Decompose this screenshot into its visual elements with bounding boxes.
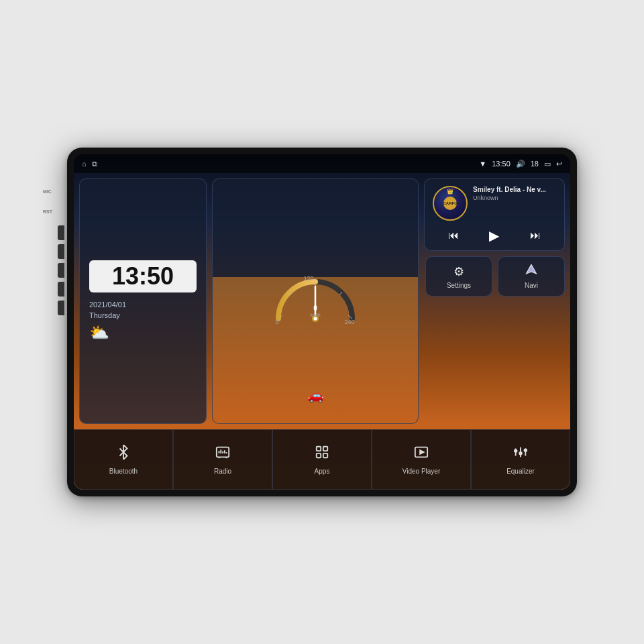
svg-marker-27: [420, 450, 424, 454]
bottom-dock: Bluetooth Rad: [74, 429, 570, 490]
svg-marker-13: [527, 265, 537, 274]
status-left-icons: ⌂ ⧉: [82, 160, 97, 168]
gauge-svg: 0 120 240 0 km/h: [272, 272, 359, 325]
radio-icon: [215, 445, 230, 464]
back-button[interactable]: [58, 263, 64, 278]
app-status-icon: ⧉: [92, 160, 97, 168]
svg-point-10: [314, 317, 317, 321]
bluetooth-icon: [116, 445, 131, 464]
weather-row: ⛅: [89, 323, 197, 342]
navi-icon: [525, 264, 537, 279]
play-button[interactable]: ▶: [489, 227, 499, 244]
next-button[interactable]: ⏭: [530, 229, 541, 241]
video-player-label: Video Player: [402, 468, 441, 475]
car-icon: 🚗: [307, 387, 324, 403]
car-head-unit: MIC RST ⌂ ⧉ ▼ 13:50 🔊 18 ▭ ↩: [67, 148, 577, 496]
status-bar: ⌂ ⧉ ▼ 13:50 🔊 18 ▭ ↩: [74, 154, 570, 173]
bluetooth-dock-item[interactable]: Bluetooth: [74, 429, 173, 490]
vol-down-button[interactable]: [58, 301, 64, 315]
volume-value: 18: [531, 160, 539, 168]
svg-text:km/h: km/h: [310, 313, 320, 317]
svg-point-33: [525, 449, 527, 451]
svg-text:120: 120: [303, 275, 313, 282]
music-info-row: CARFU 👑 Smiley ft. Delia - Ne v... Unkno…: [433, 186, 556, 221]
svg-rect-23: [323, 446, 327, 450]
equalizer-dock-item[interactable]: Equalizer: [471, 429, 570, 490]
svg-rect-22: [317, 446, 321, 450]
prev-button[interactable]: ⏮: [448, 229, 459, 241]
music-details: Smiley ft. Delia - Ne v... Unknown: [473, 186, 556, 201]
video-player-dock-item[interactable]: Video Player: [372, 429, 471, 490]
clock-widget: 13:50 2021/04/01 Thursday ⛅: [79, 178, 207, 424]
apps-dock-item[interactable]: Apps: [272, 429, 372, 490]
album-art: CARFU 👑: [433, 186, 468, 221]
album-label: CARFU: [443, 197, 457, 210]
svg-point-31: [519, 452, 522, 455]
settings-icon: ⚙: [453, 264, 464, 279]
clock-display: 13:50: [89, 260, 197, 292]
home-status-icon: ⌂: [82, 160, 87, 168]
status-right-info: ▼ 13:50 🔊 18 ▭ ↩: [479, 160, 562, 168]
battery-icon: ▭: [544, 160, 551, 168]
power-button[interactable]: [58, 225, 64, 240]
top-row: 13:50 2021/04/01 Thursday ⛅: [79, 178, 565, 424]
radio-label: Radio: [214, 468, 231, 475]
side-buttons: MIC RST: [58, 188, 64, 315]
status-time: 13:50: [492, 160, 511, 168]
equalizer-icon: [513, 445, 528, 464]
weather-icon: ⛅: [89, 323, 109, 342]
music-controls[interactable]: ⏮ ▶ ⏭: [433, 227, 556, 244]
clock-day: Thursday: [89, 311, 197, 319]
mic-label: MIC: [43, 189, 52, 194]
apps-label: Apps: [315, 468, 330, 475]
clock-time: 13:50: [96, 264, 190, 288]
navi-label: Navi: [525, 282, 538, 289]
music-artist: Unknown: [473, 195, 556, 201]
clock-date: 2021/04/01: [89, 301, 197, 309]
equalizer-label: Equalizer: [506, 468, 535, 475]
video-player-icon: [414, 445, 429, 464]
screen: ⌂ ⧉ ▼ 13:50 🔊 18 ▭ ↩ 13:50 2021/04/: [74, 154, 570, 490]
apps-icon: [315, 445, 329, 464]
svg-text:240: 240: [344, 319, 354, 325]
music-widget: CARFU 👑 Smiley ft. Delia - Ne v... Unkno…: [424, 178, 565, 251]
volume-icon: 🔊: [516, 160, 525, 168]
speedometer-widget: 0 120 240 0 km/h 🚗: [212, 178, 419, 424]
svg-point-29: [515, 449, 517, 452]
settings-label: Settings: [447, 282, 471, 289]
music-title: Smiley ft. Delia - Ne v...: [473, 186, 556, 193]
wifi-icon: ▼: [479, 160, 486, 168]
svg-text:0: 0: [275, 319, 278, 325]
rst-label: RST: [43, 209, 52, 214]
svg-text:0: 0: [313, 305, 317, 312]
main-content: 13:50 2021/04/01 Thursday ⛅: [74, 173, 570, 429]
right-column: CARFU 👑 Smiley ft. Delia - Ne v... Unkno…: [424, 178, 565, 424]
svg-rect-25: [323, 453, 327, 457]
home-button[interactable]: [58, 244, 64, 259]
navi-widget[interactable]: Navi: [498, 256, 565, 297]
settings-navi-row: ⚙ Settings Navi: [424, 256, 565, 297]
vol-up-button[interactable]: [58, 282, 64, 297]
back-icon: ↩: [556, 160, 562, 168]
gauge-container: 0 120 240 0 km/h: [272, 272, 359, 328]
bluetooth-label: Bluetooth: [109, 468, 138, 475]
svg-rect-24: [317, 453, 321, 457]
settings-widget[interactable]: ⚙ Settings: [425, 256, 492, 297]
radio-dock-item[interactable]: Radio: [173, 429, 272, 490]
